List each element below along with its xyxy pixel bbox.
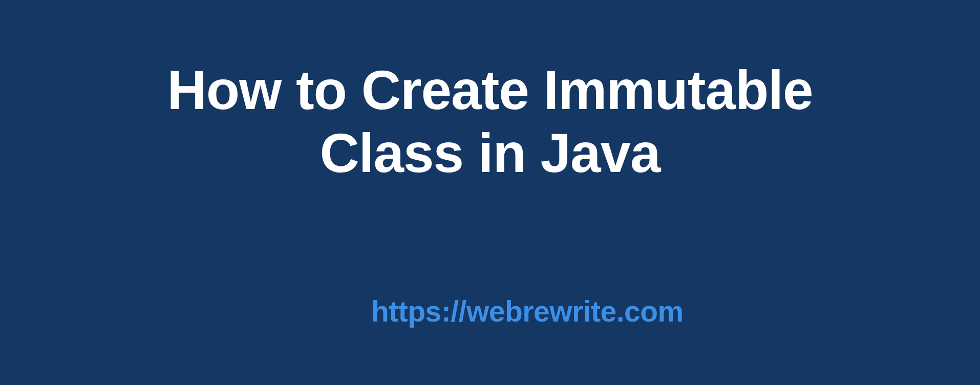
banner-container: How to Create Immutable Class in Java ht… — [0, 0, 980, 385]
banner-title: How to Create Immutable Class in Java — [0, 59, 980, 185]
banner-url: https://webrewrite.com — [371, 294, 684, 328]
title-line-2: Class in Java — [319, 122, 660, 184]
title-line-1: How to Create Immutable — [167, 59, 813, 121]
